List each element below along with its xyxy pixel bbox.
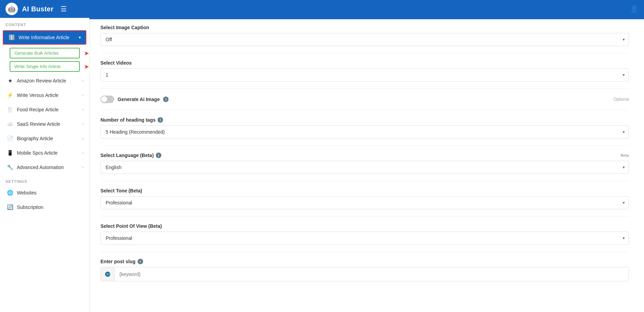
generate-ai-image-label: Generate Ai Image [118,97,160,102]
sidebar-label-mobile: Mobile Spcs Article [17,150,57,156]
generate-ai-image-group: Generate Ai Image i Optional [100,96,629,103]
sidebar-item-saas[interactable]: ☁️ SaaS Review Article › [0,117,89,131]
top-navigation: 🤖 AI Buster ☰ 👤 [0,0,644,18]
tone-select[interactable]: Professional Casual Formal Conversationa… [100,196,629,209]
chevron-right-icon-5: › [82,136,84,141]
divider-3 [100,110,629,110]
image-caption-label: Select Image Caption [100,25,629,30]
automation-icon: 🔧 [7,164,13,170]
sidebar-item-versus[interactable]: ⚡ Write Versus Article › [0,88,89,102]
image-caption-select-wrapper: Off On ▾ [100,33,629,46]
generate-bulk-label: Generate Bulk Articles [14,51,59,56]
website-icon: 🌐 [7,190,13,196]
sidebar-label-versus: Write Versus Article [17,92,58,98]
post-slug-group: Enter post slug i [100,259,629,281]
post-slug-label: Enter post slug i [100,259,629,264]
saas-icon: ☁️ [7,121,13,127]
divider-4 [100,145,629,146]
language-group: Select Language (Beta) i Beta English Sp… [100,153,629,174]
language-info-icon[interactable]: i [156,153,161,158]
menu-toggle[interactable]: ☰ [61,5,67,13]
info-icon: ℹ️ [8,34,15,41]
videos-group: Select Videos 0 1 2 3 ▾ [100,60,629,81]
heading-tags-group: Number of heading tags i 3 Heading 4 Hea… [100,117,629,138]
point-of-view-label: Select Point Of View (Beta) [100,223,629,229]
chevron-right-icon-4: › [82,122,84,126]
user-profile-icon[interactable]: 👤 [630,5,638,13]
amazon-icon: ★ [7,78,13,84]
chevron-right-icon-3: › [82,107,84,112]
point-of-view-group: Select Point Of View (Beta) Professional… [100,223,629,245]
language-select[interactable]: English Spanish French German [100,161,629,174]
optional-tag: Optional [613,97,629,102]
chevron-right-icon-6: › [82,151,84,155]
heading-tags-info-icon[interactable]: i [158,117,163,123]
sidebar-item-write-single[interactable]: Write Single Info Article [10,61,80,72]
post-slug-input-wrapper [100,267,629,281]
videos-select-wrapper: 0 1 2 3 ▾ [100,68,629,81]
subscription-icon: 🔄 [7,204,13,210]
image-caption-select[interactable]: Off On [100,33,629,46]
tone-label: Select Tone (Beta) [100,188,629,193]
tone-select-wrapper: Professional Casual Formal Conversationa… [100,196,629,209]
form-container: Select Image Caption Off On ▾ Select Vid… [89,19,640,294]
divider-5 [100,181,629,181]
wordpress-icon [101,267,115,281]
sidebar-item-food-recipe[interactable]: 🍴 Food Recipe Article › [0,102,89,117]
versus-icon: ⚡ [7,92,13,98]
post-slug-input[interactable] [115,268,629,280]
image-caption-group: Select Image Caption Off On ▾ [100,25,629,46]
mobile-icon: 📱 [7,150,13,156]
food-icon: 🍴 [7,107,13,113]
sidebar-item-subscription[interactable]: 🔄 Subscription [0,200,89,214]
sidebar-item-websites[interactable]: 🌐 Websites [0,186,89,200]
divider-6 [100,216,629,216]
app-logo: 🤖 [6,3,18,15]
sidebar-item-mobile[interactable]: 📱 Mobile Spcs Article › [0,146,89,160]
heading-tags-select[interactable]: 3 Heading 4 Heading 5 Heading (Recommend… [100,125,629,138]
sidebar-item-amazon-review[interactable]: ★ Amazon Review Article › [0,74,89,88]
heading-tags-label: Number of heading tags i [100,117,629,123]
videos-label: Select Videos [100,60,629,66]
settings-section-label: SETTINGS [0,175,89,186]
language-select-wrapper: English Spanish French German ▾ [100,161,629,174]
sidebar-label-subscription: Subscription [17,204,43,210]
main-content: Select Image Caption Off On ▾ Select Vid… [89,18,644,312]
sidebar-item-biography[interactable]: 📄 Biography Article › [0,131,89,146]
chevron-right-icon-7: › [82,165,84,170]
sidebar-item-automation[interactable]: 🔧 Advanced Automation › [0,160,89,175]
point-of-view-select-wrapper: Professional First Person Third Person ▾ [100,232,629,245]
heading-tags-select-wrapper: 3 Heading 4 Heading 5 Heading (Recommend… [100,125,629,138]
tone-group: Select Tone (Beta) Professional Casual F… [100,188,629,209]
sidebar-label-websites: Websites [17,190,36,196]
sidebar-label-automation: Advanced Automation [17,165,64,170]
divider-7 [100,252,629,252]
arrow-indicator-bulk: ➤ [84,49,89,57]
content-section-label: CONTENT [0,18,89,29]
sidebar-label-amazon: Amazon Review Article [17,78,66,83]
app-name: AI Buster [22,5,54,13]
write-single-label: Write Single Info Article [14,64,61,69]
arrow-indicator-single: ➤ [84,63,89,70]
post-slug-info-icon[interactable]: i [138,259,143,264]
sidebar-item-generate-bulk[interactable]: Generate Bulk Articles [10,48,80,58]
divider-1 [100,53,629,53]
generate-ai-image-info-icon[interactable]: i [163,97,169,102]
sidebar: CONTENT ℹ️ Write Informative Article ▾ G… [0,18,89,312]
sidebar-label-write-informative: Write Informative Article [19,35,69,40]
sidebar-item-write-informative[interactable]: ℹ️ Write Informative Article ▾ [3,30,86,45]
language-label: Select Language (Beta) i Beta [100,153,629,158]
biography-icon: 📄 [7,135,13,142]
sidebar-label-saas: SaaS Review Article [17,121,60,127]
chevron-down-icon: ▾ [79,35,81,40]
toggle-knob [101,96,107,102]
sidebar-label-biography: Biography Article [17,136,53,141]
videos-select[interactable]: 0 1 2 3 [100,68,629,81]
chevron-right-icon-2: › [82,93,84,98]
divider-2 [100,88,629,89]
point-of-view-select[interactable]: Professional First Person Third Person [100,232,629,245]
chevron-right-icon: › [82,78,84,83]
write-informative-subitems: Generate Bulk Articles ➤ Write Single In… [0,46,89,74]
sidebar-label-food: Food Recipe Article [17,107,58,112]
generate-ai-image-toggle[interactable] [100,96,114,103]
